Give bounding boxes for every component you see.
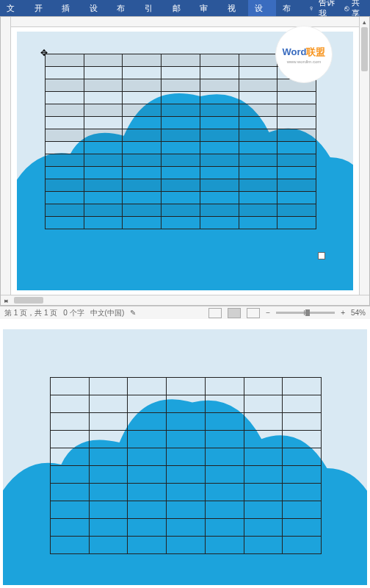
table-cell[interactable]: [162, 117, 200, 129]
table-cell[interactable]: [51, 378, 90, 395]
table-cell[interactable]: [239, 154, 278, 167]
table-cell[interactable]: [162, 79, 200, 92]
table-cell[interactable]: [278, 92, 316, 104]
table-cell[interactable]: [46, 204, 84, 217]
table-cell[interactable]: [84, 167, 123, 179]
table-cell[interactable]: [278, 117, 316, 129]
table-cell[interactable]: [239, 179, 278, 192]
table-cell[interactable]: [84, 192, 123, 204]
table-cell[interactable]: [239, 92, 278, 104]
zoom-thumb[interactable]: [305, 309, 310, 316]
table-cell[interactable]: [244, 466, 283, 484]
table-cell[interactable]: [200, 217, 239, 229]
table-cell[interactable]: [123, 154, 162, 167]
table-cell[interactable]: [51, 413, 90, 431]
table-cell[interactable]: [123, 192, 162, 204]
table-cell[interactable]: [283, 413, 322, 431]
table-cell[interactable]: [244, 537, 283, 554]
table-cell[interactable]: [239, 192, 278, 204]
table-cell[interactable]: [200, 167, 239, 179]
table-cell[interactable]: [46, 117, 84, 129]
table-cell[interactable]: [51, 519, 90, 537]
table-cell[interactable]: [46, 92, 84, 104]
table-cell[interactable]: [89, 466, 128, 484]
table-cell[interactable]: [162, 67, 200, 79]
tab-view[interactable]: 视图: [221, 0, 249, 16]
table-cell[interactable]: [162, 192, 200, 204]
table-cell[interactable]: [205, 501, 244, 519]
table-cell[interactable]: [239, 142, 278, 154]
view-print-layout[interactable]: [228, 308, 241, 318]
view-web-layout[interactable]: [247, 308, 260, 318]
zoom-percent[interactable]: 54%: [351, 309, 366, 317]
tab-table-layout[interactable]: 布局: [276, 0, 304, 16]
table-cell[interactable]: [128, 431, 167, 448]
table-cell[interactable]: [167, 519, 206, 537]
table-cell[interactable]: [162, 167, 200, 179]
table-cell[interactable]: [89, 519, 128, 537]
word-count[interactable]: 0 个字: [63, 308, 84, 318]
table-cell[interactable]: [51, 448, 90, 466]
table-cell[interactable]: [84, 179, 123, 192]
tab-home[interactable]: 开始: [28, 0, 56, 16]
table-cell[interactable]: [167, 448, 206, 466]
table-cell[interactable]: [239, 54, 278, 67]
table-cell[interactable]: [89, 431, 128, 448]
tab-insert[interactable]: 插入: [55, 0, 83, 16]
table-cell[interactable]: [283, 395, 322, 413]
table-cell[interactable]: [89, 395, 128, 413]
tab-file[interactable]: 文件: [0, 0, 28, 16]
horizontal-scrollbar[interactable]: ◂ ▸: [1, 295, 369, 305]
table-cell[interactable]: [162, 129, 200, 142]
table-object[interactable]: [45, 54, 316, 229]
table-cell[interactable]: [278, 129, 316, 142]
table-cell[interactable]: [162, 142, 200, 154]
table-cell[interactable]: [205, 484, 244, 501]
table-cell[interactable]: [123, 142, 162, 154]
table-cell[interactable]: [239, 67, 278, 79]
table-cell[interactable]: [200, 67, 239, 79]
table-cell[interactable]: [84, 67, 123, 79]
table-cell[interactable]: [128, 413, 167, 431]
table-cell[interactable]: [128, 395, 167, 413]
table-cell[interactable]: [84, 54, 123, 67]
table-cell[interactable]: [205, 537, 244, 554]
table-cell[interactable]: [283, 431, 322, 448]
table-cell[interactable]: [123, 104, 162, 117]
table-cell[interactable]: [46, 54, 84, 67]
table-cell[interactable]: [205, 378, 244, 395]
table-cell[interactable]: [123, 204, 162, 217]
table-cell[interactable]: [123, 54, 162, 67]
table-cell[interactable]: [84, 204, 123, 217]
zoom-slider[interactable]: [276, 312, 335, 314]
table-cell[interactable]: [84, 92, 123, 104]
table-cell[interactable]: [167, 431, 206, 448]
table-cell[interactable]: [123, 67, 162, 79]
table-cell[interactable]: [205, 413, 244, 431]
document-page[interactable]: Word联盟 www.wordlm.com ✥: [17, 32, 353, 290]
table-cell[interactable]: [123, 117, 162, 129]
tab-layout[interactable]: 布局: [110, 0, 138, 16]
scroll-up-icon[interactable]: ▴: [360, 17, 369, 27]
table-cell[interactable]: [123, 79, 162, 92]
table-cell[interactable]: [167, 501, 206, 519]
table-cell[interactable]: [244, 448, 283, 466]
table-cell[interactable]: [283, 378, 322, 395]
table-cell[interactable]: [46, 167, 84, 179]
table-cell[interactable]: [46, 79, 84, 92]
table-cell[interactable]: [128, 448, 167, 466]
language-indicator[interactable]: 中文(中国): [90, 308, 125, 318]
table-cell[interactable]: [84, 217, 123, 229]
table-cell[interactable]: [123, 167, 162, 179]
table-cell[interactable]: [162, 104, 200, 117]
table-cell[interactable]: [283, 448, 322, 466]
table-cell[interactable]: [244, 484, 283, 501]
table-cell[interactable]: [128, 501, 167, 519]
table-cell[interactable]: [123, 179, 162, 192]
tab-references[interactable]: 引用: [138, 0, 166, 16]
table-cell[interactable]: [239, 217, 278, 229]
table-cell[interactable]: [244, 501, 283, 519]
tab-table-design[interactable]: 设计: [248, 0, 276, 16]
table-cell[interactable]: [123, 129, 162, 142]
table-cell[interactable]: [46, 104, 84, 117]
